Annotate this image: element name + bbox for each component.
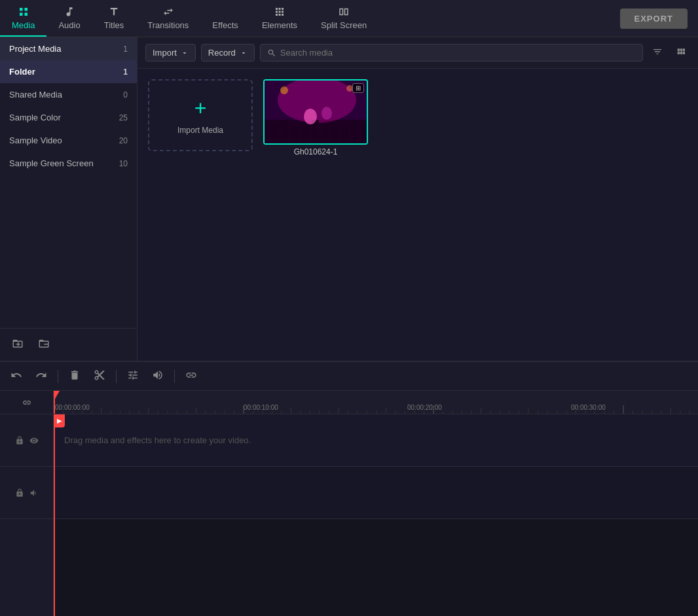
timeline-right-panel: 00:00:00:00 00:00:10:00 00:00:20:00 00:0… xyxy=(54,391,698,616)
audio-volume-icon xyxy=(29,488,39,498)
remove-folder-button[interactable] xyxy=(35,335,52,354)
nav-label-splitscreen: Split Screen xyxy=(321,20,367,30)
import-media-label: Import Media xyxy=(177,126,223,135)
playhead-marker: ▶ xyxy=(54,414,65,427)
sidebar-item-sample-green[interactable]: Sample Green Screen 10 xyxy=(0,152,137,175)
nav-label-transitions: Transitions xyxy=(147,20,189,30)
redo-button[interactable] xyxy=(33,367,50,386)
sidebar-item-sample-color[interactable]: Sample Color 25 xyxy=(0,106,137,129)
filter-button[interactable] xyxy=(648,44,667,62)
sidebar-label-sample-color: Sample Color xyxy=(9,113,61,122)
content-area: Import Record + Import Media xyxy=(138,37,698,361)
nav-label-titles: Titles xyxy=(104,20,124,30)
nav-item-transitions[interactable]: Transitions xyxy=(136,0,200,37)
lock-icon xyxy=(15,436,24,445)
search-input[interactable] xyxy=(280,48,636,58)
import-label: Import xyxy=(153,48,177,58)
link-small-icon xyxy=(22,398,31,407)
scissors-button[interactable] xyxy=(91,367,108,386)
toolbar-divider-2 xyxy=(116,370,117,383)
audio-track-row[interactable] xyxy=(54,467,698,519)
sidebar: Project Media 1 Folder 1 Shared Media 0 … xyxy=(0,37,138,361)
nav-item-splitscreen[interactable]: Split Screen xyxy=(309,0,378,37)
waveform-icon xyxy=(152,369,164,381)
import-media-button[interactable]: + Import Media xyxy=(148,79,253,151)
sidebar-badge-project-media: 1 xyxy=(123,45,128,54)
sidebar-label-shared-media: Shared Media xyxy=(9,90,62,100)
scissors-icon xyxy=(94,369,105,381)
nav-item-elements[interactable]: Elements xyxy=(250,0,309,37)
sidebar-item-folder[interactable]: Folder 1 xyxy=(0,60,137,83)
waveform-button[interactable] xyxy=(149,367,166,386)
redo-icon xyxy=(35,369,47,381)
timeline-left-panel xyxy=(0,391,54,616)
nav-label-elements: Elements xyxy=(262,20,297,30)
top-navigation: Media Audio Titles Transitions Effects E… xyxy=(0,0,698,37)
eye-icon xyxy=(29,436,39,445)
sidebar-label-folder: Folder xyxy=(9,67,35,77)
search-box[interactable] xyxy=(260,44,643,62)
timeline-ruler: 00:00:00:00 00:00:10:00 00:00:20:00 00:0… xyxy=(54,391,698,414)
nav-item-media[interactable]: Media xyxy=(0,0,46,37)
sidebar-item-shared-media[interactable]: Shared Media 0 xyxy=(0,83,137,106)
ruler-playhead xyxy=(54,391,55,414)
filter-icon xyxy=(652,46,663,57)
search-icon xyxy=(267,48,276,58)
thumbnail-image xyxy=(265,81,367,143)
sidebar-badge-sample-green: 10 xyxy=(119,159,128,168)
main-area: Project Media 1 Folder 1 Shared Media 0 … xyxy=(0,37,698,361)
media-item-gh010624[interactable]: ⊞ Gh010624-1 xyxy=(263,79,368,156)
sidebar-label-sample-green: Sample Green Screen xyxy=(9,158,94,168)
undo-icon xyxy=(10,369,22,381)
sidebar-badge-sample-video: 20 xyxy=(119,136,128,145)
delete-button[interactable] xyxy=(66,367,83,386)
video-track-row[interactable]: Drag media and effects here to create yo… xyxy=(54,414,698,467)
link-icon xyxy=(185,369,197,381)
nav-item-audio[interactable]: Audio xyxy=(46,0,92,37)
add-folder-button[interactable] xyxy=(9,335,26,354)
ruler-bg: 00:00:00:00 00:00:10:00 00:00:20:00 00:0… xyxy=(54,391,698,414)
delete-icon xyxy=(69,369,81,381)
link-button[interactable] xyxy=(183,367,200,386)
nav-label-media: Media xyxy=(12,20,35,30)
grid-icon xyxy=(676,46,686,57)
timeline-tracks: ▶ Drag media and effects here to create … xyxy=(54,414,698,616)
sidebar-badge-sample-color: 25 xyxy=(119,113,128,122)
sidebar-badge-folder: 1 xyxy=(123,67,128,77)
sidebar-item-sample-video[interactable]: Sample Video 20 xyxy=(0,129,137,152)
playhead-line: ▶ xyxy=(54,414,55,616)
nav-label-effects: Effects xyxy=(212,20,238,30)
track-control-audio xyxy=(0,467,53,519)
toolbar-divider-3 xyxy=(174,370,175,383)
media-thumbnail: ⊞ xyxy=(263,79,368,145)
nav-item-effects[interactable]: Effects xyxy=(200,0,250,37)
settings-button[interactable] xyxy=(124,367,141,386)
content-toolbar: Import Record xyxy=(138,37,698,69)
nav-label-audio: Audio xyxy=(58,20,80,30)
media-type-badge: ⊞ xyxy=(352,83,364,93)
timeline-toolbar xyxy=(0,362,698,391)
undo-button[interactable] xyxy=(8,367,25,386)
timeline-section: 00:00:00:00 00:00:10:00 00:00:20:00 00:0… xyxy=(0,361,698,616)
playhead-arrow xyxy=(54,391,60,400)
sidebar-footer xyxy=(0,328,137,361)
plus-icon: + xyxy=(194,96,207,120)
audio-lock-icon xyxy=(15,488,24,498)
media-grid: + Import Media xyxy=(138,69,698,361)
import-dropdown[interactable]: Import xyxy=(145,44,196,62)
nav-item-titles[interactable]: Titles xyxy=(92,0,136,37)
track-control-video xyxy=(0,414,53,467)
timeline-left-top xyxy=(0,391,53,414)
record-dropdown[interactable]: Record xyxy=(201,44,255,62)
sidebar-item-project-media[interactable]: Project Media 1 xyxy=(0,37,137,60)
export-button[interactable]: EXPORT xyxy=(620,9,688,29)
timeline-container: 00:00:00:00 00:00:10:00 00:00:20:00 00:0… xyxy=(0,391,698,616)
sidebar-label-project-media: Project Media xyxy=(9,44,61,54)
media-item-label: Gh010624-1 xyxy=(294,147,338,156)
empty-track-text: Drag media and effects here to create yo… xyxy=(64,435,251,445)
playhead-label: ▶ xyxy=(57,418,62,424)
settings-icon xyxy=(127,369,139,381)
track-controls xyxy=(0,414,53,519)
ruler-ticks-svg: // Generate tick marks var svgNS = "http… xyxy=(54,391,698,414)
grid-view-button[interactable] xyxy=(672,44,690,62)
